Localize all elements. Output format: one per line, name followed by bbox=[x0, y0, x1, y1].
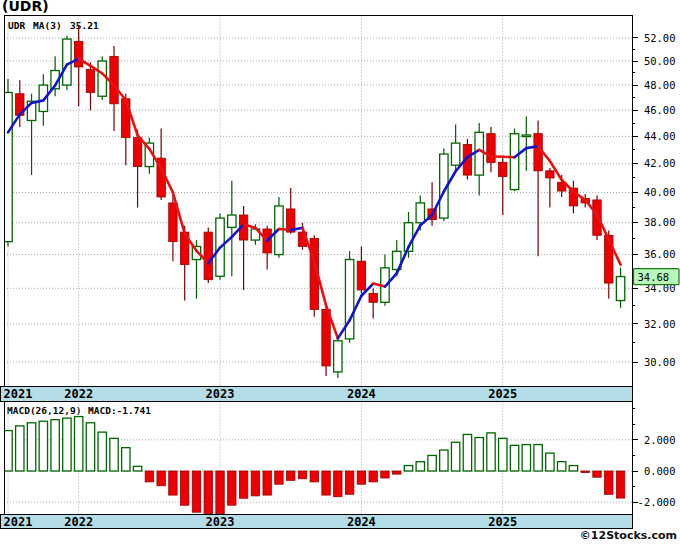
candle bbox=[239, 206, 247, 290]
x-axis-band bbox=[0, 387, 633, 402]
candle bbox=[345, 251, 353, 342]
macd-bar bbox=[451, 442, 459, 471]
macd-bar bbox=[381, 471, 389, 478]
macd-bar bbox=[204, 471, 212, 514]
macd-bar bbox=[51, 420, 59, 471]
candle bbox=[475, 123, 483, 195]
macd-bar bbox=[357, 471, 365, 484]
x-axis-band bbox=[0, 515, 633, 529]
macd-bar bbox=[74, 417, 82, 471]
macd-bar bbox=[110, 438, 118, 471]
y-axis-label: 42.00 bbox=[644, 157, 676, 169]
y-axis-label: 40.00 bbox=[644, 186, 676, 198]
legend-symbol: UDR bbox=[8, 20, 25, 31]
macd-bar bbox=[239, 471, 247, 498]
candle bbox=[4, 79, 12, 246]
candle bbox=[616, 268, 624, 308]
y-axis-label: 44.00 bbox=[644, 130, 676, 142]
macd-bar bbox=[605, 471, 613, 494]
macd-bar bbox=[487, 433, 495, 471]
stock-chart-page: (UDR) UDR MA(3) 35.21 MACD(26,12,9) MACD… bbox=[0, 0, 680, 546]
candle bbox=[275, 197, 283, 258]
x-axis-year-label: 2025 bbox=[488, 515, 517, 529]
y-axis-label: 38.00 bbox=[644, 216, 676, 228]
candle bbox=[86, 62, 94, 110]
candle bbox=[381, 255, 389, 306]
macd-bar bbox=[275, 471, 283, 484]
x-axis-year-label: 2022 bbox=[64, 387, 93, 401]
candle bbox=[499, 157, 507, 215]
macd-bar bbox=[404, 466, 412, 471]
price-macd-chart: UDR MA(3) 35.21 MACD(26,12,9) MACD:-1.74… bbox=[0, 0, 680, 546]
macd-bar bbox=[593, 471, 601, 477]
macd-bar bbox=[369, 471, 377, 482]
macd-bar bbox=[63, 418, 71, 471]
legend-ma-value: 35.21 bbox=[70, 20, 99, 31]
macd-bar bbox=[393, 471, 401, 474]
macd-bar bbox=[499, 438, 507, 471]
candle bbox=[228, 181, 236, 276]
candle bbox=[334, 339, 342, 378]
candle bbox=[287, 188, 295, 234]
macd-bar bbox=[581, 471, 589, 473]
macd-bar bbox=[216, 471, 224, 514]
y-axis-label: 36.00 bbox=[644, 248, 676, 260]
candle bbox=[263, 226, 271, 270]
candle bbox=[569, 181, 577, 214]
candle bbox=[204, 227, 212, 283]
macd-bar bbox=[192, 471, 200, 512]
candle bbox=[487, 127, 495, 172]
candle bbox=[133, 130, 141, 208]
y-axis-label: 50.00 bbox=[644, 55, 676, 67]
y-axis-label: 46.00 bbox=[644, 104, 676, 116]
x-axis-year-label: 2024 bbox=[347, 387, 376, 401]
y-axis-label: 52.00 bbox=[644, 32, 676, 44]
candle bbox=[522, 117, 530, 171]
x-axis-year-label: 2021 bbox=[4, 515, 33, 529]
macd-bar bbox=[416, 462, 424, 471]
macd-bar bbox=[169, 471, 177, 495]
macd-bar bbox=[27, 423, 35, 471]
macd-axis-label: 0.000 bbox=[644, 465, 676, 477]
macd-bar bbox=[522, 445, 530, 471]
candle bbox=[369, 288, 377, 318]
macd-bar bbox=[569, 466, 577, 471]
candle bbox=[546, 168, 554, 207]
y-axis-label: 48.00 bbox=[644, 79, 676, 91]
macd-legend-label: MACD(26,12,9) bbox=[7, 405, 81, 416]
macd-histogram bbox=[4, 417, 625, 514]
y-axis-label: 32.00 bbox=[644, 318, 676, 330]
legend-ma-label: MA(3) bbox=[33, 20, 62, 31]
x-axis-year-label: 2024 bbox=[347, 515, 376, 529]
macd-bar bbox=[251, 471, 259, 496]
candle bbox=[357, 246, 365, 293]
macd-bar bbox=[616, 471, 624, 498]
macd-legend-value: MACD:-1.741 bbox=[88, 405, 151, 416]
macd-bar bbox=[145, 471, 153, 482]
macd-bar bbox=[557, 462, 565, 471]
macd-bar bbox=[181, 471, 189, 505]
macd-bar bbox=[157, 471, 165, 486]
macd-bar bbox=[287, 471, 295, 480]
macd-bar bbox=[298, 471, 306, 479]
copyright: ©12Stocks.com bbox=[580, 529, 677, 542]
macd-bar bbox=[463, 434, 471, 471]
macd-bar bbox=[475, 438, 483, 471]
candle bbox=[74, 26, 82, 107]
macd-bar bbox=[4, 431, 12, 471]
candle bbox=[534, 121, 542, 257]
x-axis-year-label: 2021 bbox=[4, 387, 33, 401]
macd-bar bbox=[263, 471, 271, 495]
macd-bar bbox=[546, 453, 554, 471]
macd-axis-label: 2.000 bbox=[644, 434, 676, 446]
macd-bar bbox=[16, 426, 24, 471]
macd-bar bbox=[122, 448, 130, 471]
x-axis-year-label: 2022 bbox=[64, 515, 93, 529]
macd-bar bbox=[98, 432, 106, 471]
candle bbox=[510, 128, 518, 191]
macd-bar bbox=[133, 466, 141, 471]
macd-bar bbox=[228, 471, 236, 505]
macd-bar bbox=[440, 450, 448, 471]
y-axis-label: 30.00 bbox=[644, 356, 676, 368]
macd-bar bbox=[428, 455, 436, 471]
